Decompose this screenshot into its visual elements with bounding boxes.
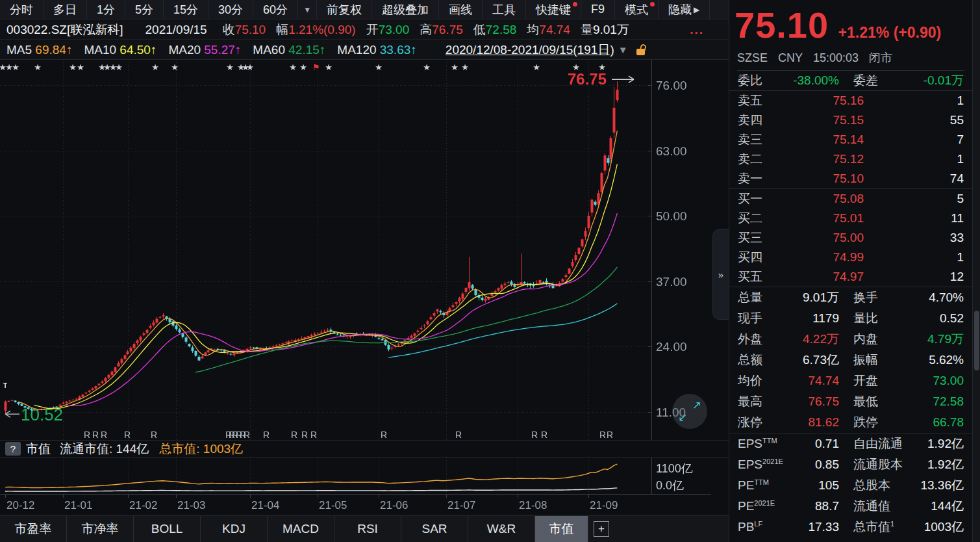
ma-indicator-bar: MA5 69.84↑MA10 64.50↑MA20 55.27↑MA60 42.…: [0, 40, 729, 60]
expand-chart-button[interactable]: ↗ ↙: [672, 394, 707, 429]
tab-macd[interactable]: MACD: [268, 516, 334, 542]
ask-qty: 1: [864, 94, 964, 108]
tab-30min[interactable]: 30分: [208, 0, 253, 19]
ask-label: 卖五: [738, 92, 781, 109]
ask-row-2[interactable]: 卖四75.1555: [729, 110, 972, 130]
unlock-icon[interactable]: [636, 44, 647, 55]
exchange-info: CNY: [778, 51, 803, 64]
tab-market-cap[interactable]: 市值: [535, 516, 588, 542]
quote-field: 开73.00: [366, 23, 410, 36]
stats-group: 总量9.01万换手4.70%现手1179量比0.52外盘4.22万内盘4.79万…: [729, 287, 972, 433]
help-icon[interactable]: ?: [5, 442, 21, 456]
btn-hide[interactable]: 隐藏▶: [659, 0, 710, 19]
tab-sar[interactable]: SAR: [401, 516, 468, 542]
tab-rsi[interactable]: RSI: [334, 516, 401, 542]
weibi-value: -38.00%: [779, 73, 839, 88]
fundamental-value2: 1.92亿: [904, 456, 964, 473]
bid-qty: 11: [864, 211, 964, 226]
stat-label: 开盘: [839, 372, 904, 389]
tab-timeline[interactable]: 分时: [0, 0, 44, 19]
stat-row: 总额6.73亿振幅5.62%: [729, 350, 972, 370]
quote-field: 高76.75: [420, 23, 463, 36]
chevron-down-icon[interactable]: ▼: [618, 44, 628, 55]
tab-kdj[interactable]: KDJ: [201, 516, 268, 542]
weicha-label: 委差: [839, 72, 904, 89]
fundamental-label2: 自由流通: [839, 435, 904, 452]
quote-field-label: 幅: [276, 23, 288, 36]
stat-row: 涨停81.62跌停66.78: [729, 412, 972, 433]
ma-label: MA10: [84, 43, 119, 57]
ma-value: 64.50↑: [119, 43, 157, 57]
notification-dot: [573, 2, 577, 6]
bid-row-3[interactable]: 买三75.0033: [729, 228, 972, 248]
stat-value: 74.74: [779, 374, 839, 388]
exchange-info: 闭市: [869, 51, 892, 64]
btn-super-overlay[interactable]: 超级叠加: [372, 0, 439, 19]
arrow-ne-icon: ↗: [692, 400, 701, 411]
price-change: +1.21% (+0.90): [838, 24, 942, 41]
bid-qty: 33: [864, 231, 964, 245]
btn-tools[interactable]: 工具: [483, 0, 526, 19]
tab-pe-ratio[interactable]: 市盈率: [0, 516, 67, 542]
bid-price: 74.97: [781, 270, 864, 284]
stat-value: 66.78: [904, 415, 964, 430]
fundamental-label2: 总市值1: [839, 519, 904, 536]
fundamental-label: EPS2021E: [738, 458, 779, 472]
btn-draw-line[interactable]: 画线: [439, 0, 483, 19]
scrollbar-thumb[interactable]: [974, 311, 979, 370]
quote-more-ellipsis[interactable]: ...: [690, 23, 704, 37]
btn-forward-adjust[interactable]: 前复权: [317, 0, 372, 19]
ask-price: 75.14: [781, 133, 864, 147]
stat-label: 总量: [738, 289, 779, 306]
ask-row-1[interactable]: 卖五75.161: [729, 91, 972, 110]
indicator-tabs: 市盈率市净率BOLLKDJMACDRSISARW&R市值+: [0, 515, 729, 542]
tab-60min[interactable]: 60分: [253, 0, 298, 19]
tab-wr[interactable]: W&R: [468, 516, 535, 542]
quote-panel: 75.10 +1.21% (+0.90) SZSECNY15:00:03闭市 委…: [729, 0, 972, 542]
fundamental-sup: 2021E: [754, 499, 775, 507]
panel-collapse-handle[interactable]: »: [712, 229, 729, 320]
quote-field-label: 低: [473, 23, 486, 36]
cap-title: 市值: [26, 441, 51, 458]
stat-row: 总量9.01万换手4.70%: [729, 287, 972, 308]
quote-date: 2021/09/15: [145, 23, 207, 37]
quote-field-value: 9.01万: [593, 23, 629, 36]
btn-hotkeys[interactable]: 快捷键: [526, 0, 581, 19]
ask-label: 卖四: [738, 112, 781, 129]
bid-price: 75.01: [781, 211, 864, 226]
bid-row-4[interactable]: 买四74.991: [729, 248, 972, 267]
stat-row: 现手1179量比0.52: [729, 308, 972, 329]
ask-row-4[interactable]: 卖二75.121: [729, 149, 972, 169]
tab-5min[interactable]: 5分: [125, 0, 164, 19]
stat-label: 总额: [738, 352, 779, 368]
btn-f9[interactable]: F9: [581, 0, 615, 19]
tab-boll[interactable]: BOLL: [134, 516, 201, 542]
fundamental-value2: 13.36亿: [904, 477, 964, 494]
tab-1min[interactable]: 1分: [87, 0, 125, 19]
stat-value: 4.70%: [904, 290, 964, 305]
ma-value: 33.63↑: [380, 43, 417, 57]
bid-row-2[interactable]: 买二75.0111: [729, 209, 972, 228]
period-dropdown[interactable]: ▼: [298, 0, 317, 19]
ask-group: 卖五75.161卖四75.1555卖三75.147卖二75.121卖一75.10…: [729, 91, 972, 189]
bid-row-1[interactable]: 买一75.085: [729, 189, 972, 209]
panel-scrollbar[interactable]: [972, 0, 980, 542]
fundamental-value2: 144亿: [904, 498, 964, 515]
ask-row-3[interactable]: 卖三75.147: [729, 130, 972, 149]
tab-multiday[interactable]: 多日: [44, 0, 87, 19]
date-range[interactable]: 2020/12/08-2021/09/15(191日): [446, 42, 614, 58]
fundamental-value2: 1.92亿: [904, 435, 964, 452]
ask-price: 75.16: [781, 94, 864, 108]
add-indicator-button[interactable]: +: [588, 516, 614, 542]
bid-price: 75.00: [781, 231, 864, 245]
tab-pb-ratio[interactable]: 市净率: [67, 516, 134, 542]
weibi-label: 委比: [738, 72, 779, 89]
ask-row-5[interactable]: 卖一75.1074: [729, 169, 972, 188]
tab-15min[interactable]: 15分: [164, 0, 208, 19]
top-toolbar: 分时多日1分5分15分30分60分▼前复权超级叠加画线工具快捷键F9模式隐藏▶: [0, 0, 729, 19]
btn-mode[interactable]: 模式: [615, 0, 659, 19]
bid-row-5[interactable]: 买五74.9712: [729, 267, 972, 287]
ma-item: MA10 64.50↑: [84, 43, 157, 57]
market-cap-bar: ? 市值 流通市值: 144亿 总市值: 1003亿: [0, 440, 729, 458]
quote-field-value: 73.00: [379, 23, 410, 36]
